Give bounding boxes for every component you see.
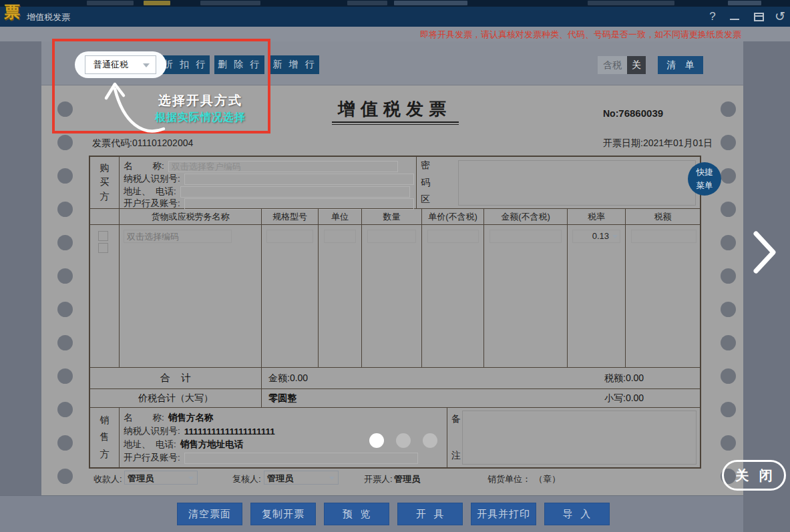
remark-label: 备 注 (451, 413, 461, 462)
issue-button[interactable]: 开 具 (397, 503, 463, 525)
perforation-dot (57, 268, 73, 284)
reviewer-select[interactable]: 管理员 (264, 471, 339, 485)
row-select-col (90, 225, 120, 367)
col-header-goods: 货物或应税劳务名称 (120, 209, 262, 224)
tax-amount-input[interactable] (631, 230, 697, 243)
tax-col (626, 225, 700, 367)
help-icon[interactable]: ? (705, 9, 721, 24)
qty-input[interactable] (367, 230, 416, 243)
invoice-number: No:76860039 (603, 107, 663, 119)
background-window-edge (0, 0, 790, 7)
seller-name-label: 名 称: (124, 412, 164, 424)
seller-address-value: 销售方地址电话 (180, 439, 244, 451)
goods-col (120, 225, 262, 367)
items-body: 0.13 (90, 225, 700, 368)
total-amount: 金额:0.00 (268, 372, 308, 384)
chevron-down-icon (612, 235, 618, 238)
payee-select[interactable]: 管理员 (124, 471, 198, 485)
perforation-dot (721, 368, 736, 384)
unit-input[interactable] (324, 230, 356, 243)
tax-included-toggle[interactable]: 关 (627, 56, 646, 74)
items-header-row: 货物或应税劳务名称 规格型号 单位 数量 单价(不含税) 金额(不含税) 税率 … (90, 209, 700, 225)
buyer-bank-input[interactable] (184, 198, 414, 210)
grand-total-label: 价税合计（大写） (90, 389, 262, 407)
invoice-table: 购 买 方 名 称: 纳税人识别号: 地址、 电话: (89, 156, 701, 469)
perforation-dot (57, 135, 73, 150)
add-row-button[interactable]: 新 增 行 (270, 55, 319, 74)
perforation-dot (57, 202, 73, 217)
buyer-address-input[interactable] (180, 186, 410, 198)
next-page-arrow-icon[interactable] (751, 229, 779, 276)
back-undo-icon[interactable]: ↺ (772, 9, 788, 24)
amount-col (484, 225, 568, 367)
tax-rate-select[interactable]: 0.13 (572, 230, 620, 243)
import-button[interactable]: 导 入 (544, 503, 610, 525)
invoice-number-value: 76860039 (618, 107, 663, 119)
right-side-strip (743, 41, 790, 532)
restore-window-icon[interactable] (754, 13, 764, 21)
discount-row-button[interactable]: 折 扣 行 (161, 55, 210, 74)
background-fragment (394, 1, 467, 5)
carousel-dot[interactable] (396, 433, 411, 448)
unit-col (319, 225, 362, 367)
delete-row-button[interactable]: 删 除 行 (214, 55, 264, 74)
close-button[interactable]: 关 闭 (722, 460, 786, 491)
perforation-dot (721, 302, 736, 317)
carousel-dot-active[interactable] (369, 433, 384, 448)
col-header-spec: 规格型号 (262, 209, 319, 224)
drawer-value: 管理员 (394, 473, 420, 485)
seller-bank-input[interactable] (184, 453, 418, 464)
perforation-dot (57, 168, 73, 184)
grand-total-row: 价税合计（大写） 零圆整 小写:0.00 (90, 389, 700, 408)
row-checkbox[interactable] (98, 231, 108, 241)
perforation-dot (721, 402, 736, 417)
buyer-address-label: 地址、 电话: (124, 186, 176, 198)
qty-col (362, 225, 422, 367)
perforation-dot (57, 469, 73, 484)
totals-row: 合 计 金额:0.00 税额:0.00 (90, 368, 700, 389)
grand-total-values: 零圆整 小写:0.00 (262, 389, 700, 407)
totals-label: 合 计 (90, 368, 262, 388)
chevron-down-icon (188, 477, 194, 480)
issue-and-print-button[interactable]: 开具并打印 (471, 503, 536, 525)
buyer-row: 购 买 方 名 称: 纳税人识别号: 地址、 电话: (90, 157, 700, 209)
seller-unit-label: 销货单位： (487, 473, 531, 485)
spec-input[interactable] (266, 230, 313, 243)
carousel-dot[interactable] (423, 433, 437, 448)
buyer-taxid-input[interactable] (184, 174, 414, 185)
app-window: 票 增值税发票 ? ↺ 即将开具发票，请认真核对发票种类、代码、号码是否一致，如… (0, 0, 790, 532)
tax-rate-value: 0.13 (592, 231, 609, 241)
perforation-dot (721, 335, 736, 350)
items-header-checkbox-col (90, 209, 120, 224)
perforation-dot (721, 268, 736, 284)
seller-taxid-value: 11111111111111111111 (184, 427, 275, 437)
tax-included-label: 含税 (598, 56, 627, 74)
list-button[interactable]: 清 单 (658, 56, 703, 74)
row-checkbox[interactable] (98, 243, 108, 253)
background-fragment (588, 1, 674, 5)
amount-input[interactable] (489, 230, 562, 243)
background-fragment (200, 1, 260, 5)
invoice-mode-select[interactable]: 普通征税 (85, 55, 156, 74)
remark-box[interactable] (462, 411, 697, 465)
perforation-dot (721, 101, 736, 117)
perforation-dot (721, 135, 736, 150)
goods-name-input[interactable] (124, 230, 232, 243)
perforation-dot (57, 435, 73, 451)
background-fragment (144, 1, 170, 5)
reviewer-label: 复核人: (232, 473, 261, 485)
app-logo-icon: 票 (4, 1, 20, 23)
seller-row: 销 售 方 名 称: 销售方名称 纳税人识别号: 111111111111111… (90, 408, 700, 467)
copy-invoice-button[interactable]: 复制开票 (250, 503, 316, 525)
preview-button[interactable]: 预 览 (324, 503, 389, 525)
quick-menu-button[interactable]: 快捷 菜单 (688, 162, 721, 196)
price-input[interactable] (427, 230, 479, 243)
titlebar: 票 增值税发票 ? ↺ (0, 7, 790, 27)
seller-name-value: 销售方名称 (168, 412, 214, 424)
invoice-number-label: No: (603, 108, 618, 119)
perforation-dot (721, 202, 736, 217)
clear-invoice-button[interactable]: 清空票面 (177, 503, 242, 525)
stamp-label: （章） (534, 473, 560, 485)
minimize-icon[interactable] (730, 19, 739, 20)
buyer-name-input[interactable] (168, 161, 398, 172)
